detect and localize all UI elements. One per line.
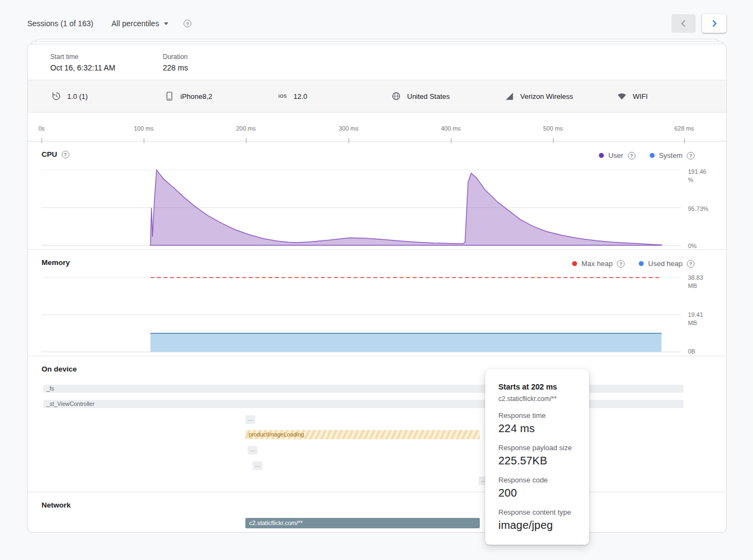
timeline-tick (684, 138, 685, 143)
tooltip-field-value: 224 ms (498, 422, 576, 435)
help-icon[interactable]: ? (184, 20, 191, 27)
help-icon[interactable]: ? (617, 260, 625, 268)
cpu-chart[interactable] (42, 166, 681, 246)
legend-label: Used heap (648, 260, 683, 268)
cell-signal-icon (504, 91, 514, 101)
chevron-down-icon (164, 22, 168, 25)
timeline-tick (144, 138, 144, 143)
app-version-icon (51, 91, 61, 101)
cpu-title-text: CPU (42, 150, 57, 158)
phone-icon (164, 91, 174, 101)
network-section-title: Network (42, 501, 70, 509)
timeline-tick (349, 138, 349, 143)
legend-label: Max heap (581, 260, 613, 268)
network-section: Network c2.staticflickr.com/** (28, 492, 726, 533)
percentiles-dropdown-label: All percentiles (111, 19, 159, 28)
device-item-label: iPhone8,2 (180, 92, 213, 101)
ios-icon: iOS (278, 91, 287, 101)
tooltip-field-value: 200 (498, 487, 576, 499)
timeline-tick (246, 138, 246, 143)
legend-label: System (659, 151, 683, 160)
legend-dot (572, 261, 577, 266)
network-request-tooltip: Starts at 202 ms c2.staticflickr.com/** … (485, 369, 589, 545)
device-item-label: 12.0 (293, 92, 307, 101)
timeline-tick-label: 200 ms (236, 125, 256, 132)
legend-item: System? (650, 151, 695, 160)
timeline-tick-label: 0s (38, 125, 45, 132)
network-request-bar[interactable]: c2.staticflickr.com/** (245, 518, 480, 528)
duration-value: 228 ms (163, 63, 188, 72)
cpu-section-title: CPU ? (42, 150, 69, 158)
network-title-text: Network (42, 501, 70, 509)
memory-axis-label: 19.41 MB (688, 311, 713, 327)
tooltip-field: Response payload size225.57KB (498, 444, 576, 467)
help-icon[interactable]: ? (687, 152, 695, 160)
timeline-tick-label: 628 ms (674, 125, 694, 132)
timeline-tick-label: 500 ms (543, 125, 563, 132)
duration-label: Duration (163, 53, 188, 61)
tooltip-field-label: Response code (498, 476, 576, 484)
timeline-tick (553, 138, 554, 143)
cpu-axis-label: 191.46 % (688, 168, 713, 184)
used-heap-area (150, 333, 661, 352)
legend-label: User (608, 151, 623, 160)
device-item: iOS12.0 (278, 91, 307, 101)
memory-legend: Max heap?Used heap? (572, 260, 695, 268)
tooltip-field: Response content typeimage/jpeg (498, 508, 576, 532)
cpu-axis-label: 0% (688, 242, 713, 250)
collapsed-trace-chip[interactable]: ... (252, 461, 262, 470)
device-item-label: Verizon Wireless (520, 92, 573, 101)
tooltip-fields: Response time224 msResponse payload size… (498, 411, 576, 532)
tooltip-field-label: Response content type (498, 508, 576, 516)
memory-section-title: Memory (42, 258, 70, 267)
device-item: iPhone8,2 (164, 91, 213, 101)
help-icon[interactable]: ? (687, 260, 695, 268)
memory-section: Memory Max heap?Used heap? 38.83 MB 19.4… (28, 250, 726, 356)
device-info-row: 1.0 (1)iPhone8,2iOS12.0United StatesVeri… (28, 80, 726, 113)
timeline-tick-label: 100 ms (134, 125, 154, 132)
device-item-label: 1.0 (1) (67, 92, 88, 101)
start-time-label: Start time (50, 53, 115, 61)
start-time-block: Start time Oct 16, 6:32:11 AM (50, 53, 115, 72)
legend-dot (639, 261, 644, 266)
timeline-ruler: 0s100 ms200 ms300 ms400 ms500 ms628 ms (28, 113, 726, 142)
on-device-section: On device _fs _st_ViewController ... pro… (28, 356, 726, 492)
trace-bar-productimageloading[interactable]: productImageLoading (245, 430, 480, 439)
device-item-label: United States (407, 92, 450, 101)
device-item: WIFI (617, 91, 648, 101)
memory-chart[interactable] (42, 272, 681, 353)
legend-dot (599, 153, 604, 158)
legend-item: Max heap? (572, 260, 625, 268)
next-session-button[interactable] (702, 14, 726, 33)
tooltip-title: Starts at 202 ms (498, 382, 576, 391)
start-time-value: Oct 16, 6:32:11 AM (50, 63, 115, 72)
tooltip-field: Response time224 ms (498, 411, 576, 435)
legend-item: Used heap? (639, 260, 695, 268)
memory-title-text: Memory (42, 258, 70, 267)
timeline-tick (451, 138, 451, 143)
tooltip-field-label: Response time (498, 411, 576, 420)
cpu-section: CPU ? User?System? 191.46 % 95.73% 0% (28, 142, 726, 250)
globe-icon (391, 91, 401, 101)
help-icon[interactable]: ? (628, 152, 636, 160)
previous-session-button[interactable] (672, 14, 696, 33)
device-item: 1.0 (1) (51, 91, 88, 101)
timeline-tick (42, 138, 42, 143)
tooltip-field-label: Response payload size (498, 444, 576, 452)
device-item: United States (391, 91, 450, 101)
collapsed-trace-chip[interactable]: ... (248, 446, 257, 455)
legend-dot (650, 153, 655, 158)
cpu-axis-label: 95.73% (688, 205, 713, 213)
timeline-tick-label: 300 ms (339, 125, 358, 132)
tooltip-field-value: image/jpeg (498, 519, 576, 532)
tooltip-url: c2.staticflickr.com/** (498, 395, 576, 403)
tooltip-field-value: 225.57KB (498, 455, 576, 467)
chevron-left-icon (678, 18, 689, 29)
collapsed-trace-chip[interactable]: ... (245, 415, 255, 424)
cpu-legend: User?System? (599, 151, 695, 160)
tooltip-field: Response code200 (498, 476, 576, 499)
help-icon[interactable]: ? (62, 151, 69, 158)
chevron-right-icon (709, 18, 720, 29)
on-device-section-title: On device (42, 365, 77, 373)
percentiles-dropdown[interactable]: All percentiles (111, 19, 168, 28)
